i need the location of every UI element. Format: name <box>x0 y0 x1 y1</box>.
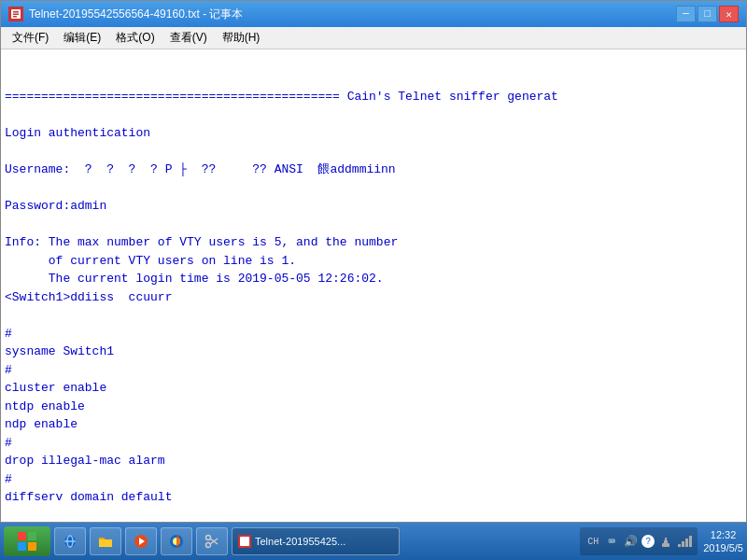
menu-view[interactable]: 查看(V) <box>162 28 215 48</box>
clock-date: 2019/5/5 <box>703 541 743 554</box>
menu-bar: 文件(F) 编辑(E) 格式(O) 查看(V) 帮助(H) <box>1 27 746 49</box>
svg-rect-8 <box>28 542 36 551</box>
watermark: https://blog.csdn.net/qq_43017750 <box>529 505 672 515</box>
menu-format[interactable]: 格式(O) <box>108 28 162 48</box>
taskbar: Telnet-201955425... CH ⌨ 🔊 ? <box>0 523 747 560</box>
terminal-line: ndp enable <box>5 415 742 434</box>
svg-rect-27 <box>685 539 688 547</box>
svg-rect-4 <box>13 16 17 18</box>
ch-tray-label: CH <box>585 534 600 549</box>
terminal-line: sysname Switch1 <box>5 343 742 361</box>
terminal-line: Info: The max number of VTY users is 5, … <box>5 233 742 252</box>
terminal-output: ========================================… <box>5 51 742 507</box>
terminal-line: Username: ? ? ? ? P ├ ?? ?? ANSI 餵addmmi… <box>5 161 742 179</box>
terminal-line: # <box>5 470 742 489</box>
terminal-line: # <box>5 325 742 343</box>
terminal-line <box>5 216 742 234</box>
active-window-taskbar[interactable]: Telnet-201955425... <box>232 527 400 555</box>
keyboard-tray-icon: ⌨ <box>604 534 619 549</box>
speaker-tray-icon: 🔊 <box>623 534 638 549</box>
terminal-line: <Switch1>ddiiss ccuurr <box>5 288 742 307</box>
start-button[interactable] <box>4 526 50 556</box>
taskbar-programs <box>54 527 228 555</box>
window-title: Telnet-20195542556564-49160.txt - 记事本 <box>29 7 243 22</box>
terminal-line <box>5 106 742 125</box>
question-tray-icon: ? <box>641 535 655 548</box>
svg-rect-2 <box>13 11 19 13</box>
taskbar-left: Telnet-201955425... <box>4 526 400 556</box>
firefox-taskbar-icon[interactable] <box>161 527 192 555</box>
menu-file[interactable]: 文件(F) <box>5 28 56 48</box>
terminal-line: The current login time is 2019-05-05 12:… <box>5 270 742 288</box>
title-bar: Telnet-20195542556564-49160.txt - 记事本 ─ … <box>1 1 746 27</box>
network-tray-icon <box>658 534 673 549</box>
close-button[interactable]: ✕ <box>719 6 739 22</box>
minimize-button[interactable]: ─ <box>676 6 696 22</box>
title-bar-left: Telnet-20195542556564-49160.txt - 记事本 <box>8 7 243 22</box>
svg-rect-26 <box>682 541 684 547</box>
svg-rect-3 <box>13 14 19 16</box>
terminal-line: drop illegal-mac alarm <box>5 452 742 470</box>
menu-help[interactable]: 帮助(H) <box>215 28 268 48</box>
title-buttons: ─ □ ✕ <box>676 6 739 22</box>
taskbar-right: CH ⌨ 🔊 ? 12:32 201 <box>580 527 743 555</box>
signal-tray-icon <box>677 534 692 549</box>
svg-rect-6 <box>28 532 36 540</box>
clock: 12:32 2019/5/5 <box>703 528 743 555</box>
text-content[interactable]: ========================================… <box>1 49 746 522</box>
svg-rect-21 <box>240 537 249 546</box>
folder-taskbar-icon[interactable] <box>90 527 121 555</box>
svg-rect-5 <box>18 532 26 540</box>
notepad-window: Telnet-20195542556564-49160.txt - 记事本 ─ … <box>0 0 747 523</box>
terminal-line: Password:admin <box>5 197 742 216</box>
app-icon <box>8 7 23 21</box>
terminal-line: # <box>5 361 742 380</box>
terminal-line: Login authentication <box>5 124 742 143</box>
terminal-line <box>5 143 742 161</box>
terminal-line: cluster enable <box>5 379 742 398</box>
svg-rect-28 <box>689 536 692 547</box>
restore-button[interactable]: □ <box>698 6 717 22</box>
system-tray: CH ⌨ 🔊 ? <box>580 527 698 555</box>
media-taskbar-icon[interactable] <box>125 527 157 555</box>
terminal-line: diffserv domain default <box>5 488 742 507</box>
svg-rect-24 <box>665 538 667 540</box>
terminal-line: ntdp enable <box>5 398 742 416</box>
svg-rect-7 <box>18 542 26 551</box>
menu-edit[interactable]: 编辑(E) <box>56 28 108 48</box>
clock-time: 12:32 <box>703 528 743 541</box>
terminal-line <box>5 179 742 198</box>
svg-rect-22 <box>662 543 669 547</box>
terminal-line: # <box>5 434 742 453</box>
svg-rect-25 <box>678 544 681 547</box>
active-window-label: Telnet-201955425... <box>255 536 345 547</box>
svg-rect-23 <box>664 540 668 543</box>
ie-taskbar-icon[interactable] <box>54 527 86 555</box>
terminal-line: ========================================… <box>5 88 742 106</box>
terminal-line <box>5 306 742 325</box>
scissors-taskbar-icon[interactable] <box>196 527 228 555</box>
terminal-line: of current VTY users on line is 1. <box>5 252 742 271</box>
